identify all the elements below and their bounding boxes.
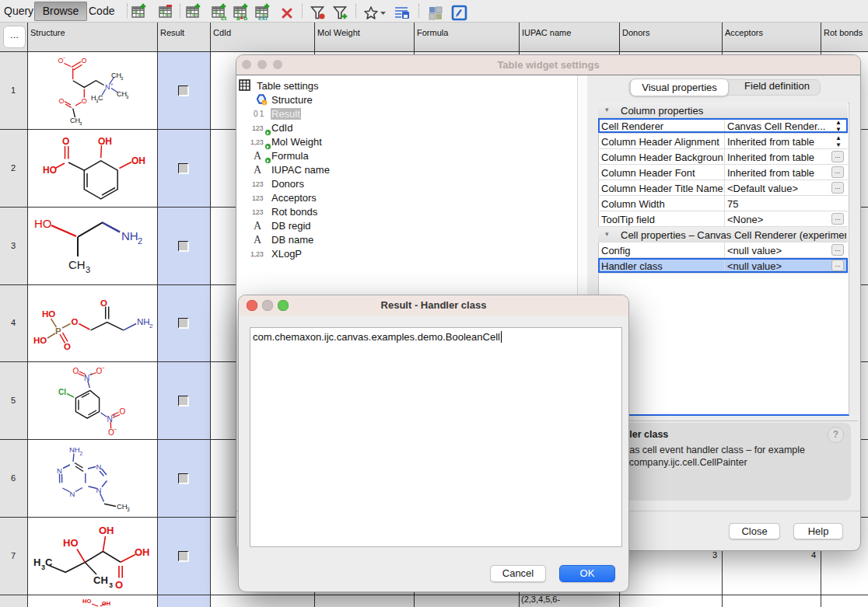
svg-text:CH: CH [117, 502, 128, 511]
svg-text:+: + [113, 413, 116, 418]
svg-text:NH: NH [69, 445, 80, 454]
svg-text:N: N [96, 486, 102, 494]
svg-text:3: 3 [126, 95, 129, 99]
svg-text:N: N [96, 462, 102, 471]
svg-text:a+b: a+b [236, 15, 247, 22]
svg-text:–: – [102, 365, 105, 370]
svg-text:–: – [114, 426, 117, 431]
svg-text:–: – [63, 55, 66, 60]
svg-text:HO: HO [63, 537, 79, 549]
svg-text:ct: ct [221, 15, 226, 22]
svg-text:3: 3 [79, 121, 82, 126]
svg-text:O: O [120, 407, 126, 416]
svg-text:O: O [59, 97, 65, 105]
svg-text:O: O [115, 579, 123, 591]
svg-text:OH: OH [135, 546, 150, 558]
svg-text:+: + [110, 82, 114, 86]
svg-text:O: O [82, 97, 87, 105]
svg-text:3: 3 [86, 265, 90, 274]
svg-text:O: O [64, 342, 71, 351]
svg-text:O: O [62, 136, 69, 147]
svg-text:O: O [82, 57, 87, 65]
svg-text:ext: ext [258, 15, 268, 22]
svg-text:!: ! [264, 101, 265, 106]
svg-text:P: P [55, 326, 61, 336]
svg-text:OH: OH [98, 136, 112, 147]
svg-text:NH: NH [121, 229, 138, 242]
svg-text:3: 3 [109, 581, 113, 589]
svg-text:HO: HO [43, 165, 57, 176]
svg-text:C: C [98, 94, 103, 102]
svg-text:3: 3 [127, 507, 130, 512]
svg-text:HO: HO [42, 309, 55, 319]
svg-text:2: 2 [80, 451, 83, 456]
svg-text:OH: OH [102, 600, 110, 607]
svg-text:NH: NH [137, 317, 150, 326]
svg-text:H: H [33, 556, 40, 568]
svg-text:3: 3 [121, 76, 124, 81]
svg-text:N: N [57, 466, 62, 475]
svg-text:HO: HO [33, 336, 47, 345]
svg-text:2: 2 [138, 236, 142, 246]
svg-text:O: O [73, 367, 79, 375]
svg-text:N: N [70, 490, 75, 498]
svg-text:C: C [45, 556, 53, 568]
svg-text:HO: HO [82, 598, 91, 605]
svg-text:Cl: Cl [58, 388, 66, 396]
svg-text:+: + [89, 372, 93, 377]
svg-text:OH: OH [99, 525, 114, 536]
svg-text:N: N [105, 83, 110, 91]
svg-text:HO: HO [34, 217, 52, 230]
svg-text:CH: CH [93, 574, 108, 586]
svg-text:CH: CH [68, 258, 86, 271]
svg-text:OH: OH [131, 155, 145, 166]
svg-text:O: O [100, 298, 107, 308]
svg-text:2: 2 [149, 323, 153, 330]
svg-text:O: O [72, 317, 79, 326]
